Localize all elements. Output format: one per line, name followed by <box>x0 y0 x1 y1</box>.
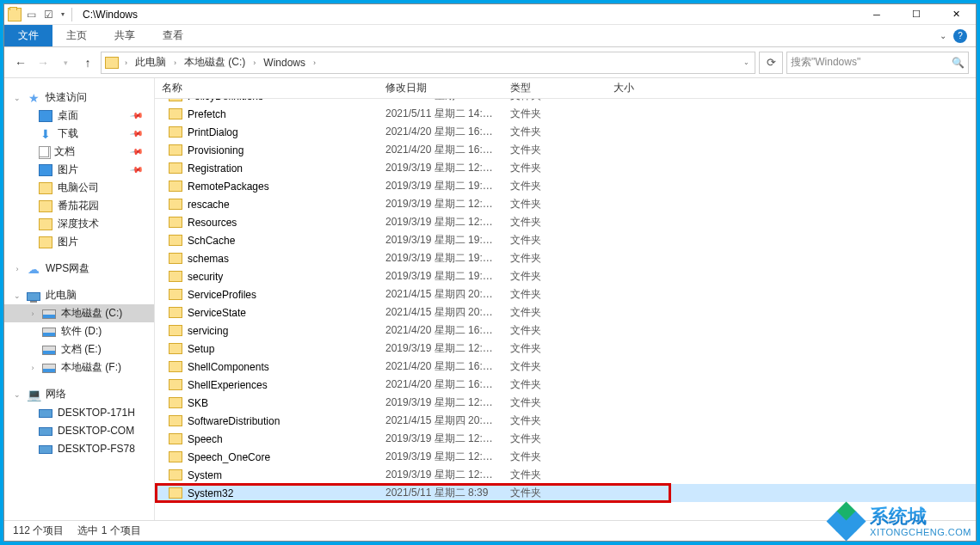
column-headers: 名称 修改日期 类型 大小 <box>155 78 976 99</box>
up-button[interactable]: ↑ <box>78 53 97 72</box>
file-name: SKB <box>188 397 208 409</box>
nav-network[interactable]: ⌄💻网络 <box>4 385 154 403</box>
file-row[interactable]: ShellComponents2021/4/20 星期二 16:…文件夹 <box>155 358 976 376</box>
close-button[interactable]: ✕ <box>936 4 976 25</box>
file-row[interactable]: security2019/3/19 星期二 19:…文件夹 <box>155 267 976 285</box>
qa-customize-button[interactable]: ▾ <box>58 10 68 18</box>
file-row[interactable]: SKB2019/3/19 星期二 12:…文件夹 <box>155 394 976 412</box>
file-row[interactable]: SchCache2019/3/19 星期二 19:…文件夹 <box>155 231 976 249</box>
forward-button[interactable]: → <box>34 53 52 72</box>
nav-folder[interactable]: 图片 <box>4 233 154 251</box>
file-type: 文件夹 <box>503 486 607 500</box>
nav-drive-e[interactable]: ›文档 (E:) <box>4 340 154 358</box>
file-row[interactable]: RemotePackages2019/3/19 星期二 19:…文件夹 <box>155 177 976 195</box>
file-name: Resources <box>188 217 237 229</box>
help-icon[interactable]: ? <box>953 29 967 43</box>
file-row[interactable]: ServiceState2021/4/15 星期四 20:…文件夹 <box>155 303 976 321</box>
breadcrumb-drive[interactable]: 本地磁盘 (C:) <box>179 52 250 73</box>
maximize-button[interactable]: ☐ <box>897 4 936 25</box>
nav-network-pc[interactable]: DESKTOP-FS78 <box>4 439 154 457</box>
file-row[interactable]: schemas2019/3/19 星期二 19:…文件夹 <box>155 249 976 267</box>
file-date: 2019/3/19 星期二 12:… <box>379 161 503 175</box>
file-row[interactable]: rescache2019/3/19 星期二 12:…文件夹 <box>155 195 976 213</box>
nav-folder[interactable]: 电脑公司 <box>4 179 154 197</box>
file-row[interactable]: System322021/5/11 星期二 8:39文件夹 <box>155 484 976 502</box>
nav-desktop[interactable]: 桌面📌 <box>4 107 154 125</box>
column-date[interactable]: 修改日期 <box>379 78 503 98</box>
file-type: 文件夹 <box>503 395 607 410</box>
file-row[interactable]: ServiceProfiles2021/4/15 星期四 20:…文件夹 <box>155 285 976 303</box>
file-name: SchCache <box>188 235 235 247</box>
nav-drive-f[interactable]: ›本地磁盘 (F:) <box>4 358 154 377</box>
column-type[interactable]: 类型 <box>503 78 607 98</box>
search-input[interactable]: 搜索"Windows" 🔍 <box>786 52 969 74</box>
file-row[interactable]: servicing2021/4/20 星期二 16:…文件夹 <box>155 321 976 340</box>
file-row[interactable]: Provisioning2021/4/20 星期二 16:…文件夹 <box>155 141 976 159</box>
file-type: 文件夹 <box>503 107 607 121</box>
file-type: 文件夹 <box>503 197 607 211</box>
file-row[interactable]: ShellExperiences2021/4/20 星期二 16:…文件夹 <box>155 376 976 394</box>
column-size[interactable]: 大小 <box>607 78 693 98</box>
breadcrumb-folder[interactable]: Windows <box>258 52 311 73</box>
file-row[interactable]: Resources2019/3/19 星期二 12:…文件夹 <box>155 213 976 231</box>
ribbon-tab-share[interactable]: 共享 <box>101 25 149 46</box>
nav-documents[interactable]: 文档📌 <box>4 143 154 161</box>
breadcrumb-sep[interactable]: › <box>171 52 179 73</box>
nav-wps[interactable]: ›☁WPS网盘 <box>4 260 154 278</box>
nav-drive-d[interactable]: ›软件 (D:) <box>4 322 154 340</box>
address-history-icon[interactable]: ⌄ <box>737 52 755 73</box>
file-date: 2021/5/11 星期二 14:… <box>379 107 503 121</box>
file-row[interactable]: PrintDialog2021/4/20 星期二 16:…文件夹 <box>155 123 976 141</box>
file-name: Provisioning <box>188 144 243 156</box>
file-name: servicing <box>188 325 228 337</box>
nav-folder[interactable]: 番茄花园 <box>4 197 154 215</box>
file-date: 2021/4/15 星期四 20:… <box>379 413 503 428</box>
breadcrumb-sep[interactable]: › <box>250 52 258 73</box>
ribbon-file-tab[interactable]: 文件 <box>4 25 52 46</box>
file-row[interactable]: Setup2019/3/19 星期二 12:…文件夹 <box>155 340 976 358</box>
column-name[interactable]: 名称 <box>155 78 379 98</box>
file-row[interactable]: SoftwareDistribution2021/4/15 星期四 20:…文件… <box>155 412 976 430</box>
navigation-pane[interactable]: ⌄★快速访问 桌面📌 ⬇下载📌 文档📌 图片📌 电脑公司 番茄花园 深度技术 图… <box>4 78 155 520</box>
watermark-icon <box>829 504 865 540</box>
folder-icon <box>169 144 182 156</box>
folder-icon <box>169 487 182 499</box>
file-list[interactable]: 名称 修改日期 类型 大小 PolicyDefinitions2021/4/20… <box>155 78 976 520</box>
nav-network-pc[interactable]: DESKTOP-COM <box>4 421 154 439</box>
nav-folder[interactable]: 深度技术 <box>4 215 154 233</box>
breadcrumb-sep[interactable]: › <box>311 52 318 73</box>
qa-checkbox-button[interactable]: ☑ <box>40 7 56 22</box>
back-button[interactable]: ← <box>11 53 30 72</box>
file-row[interactable]: Speech2019/3/19 星期二 12:…文件夹 <box>155 430 976 448</box>
nav-quick-access[interactable]: ⌄★快速访问 <box>4 89 154 107</box>
nav-pictures[interactable]: 图片📌 <box>4 161 154 179</box>
file-date: 2019/3/19 星期二 12:… <box>379 395 503 410</box>
file-type: 文件夹 <box>503 179 607 193</box>
nav-downloads[interactable]: ⬇下载📌 <box>4 125 154 143</box>
breadcrumb-sep[interactable]: › <box>122 52 130 73</box>
file-row[interactable]: Speech_OneCore2019/3/19 星期二 12:…文件夹 <box>155 448 976 466</box>
file-name: Prefetch <box>188 108 226 120</box>
nav-this-pc[interactable]: ⌄此电脑 <box>4 286 154 304</box>
file-type: 文件夹 <box>503 125 607 139</box>
nav-network-pc[interactable]: DESKTOP-171H <box>4 403 154 421</box>
file-date: 2021/4/20 星期二 16:… <box>379 143 503 157</box>
ribbon-tab-home[interactable]: 主页 <box>52 25 101 46</box>
ribbon-tab-view[interactable]: 查看 <box>149 25 197 46</box>
file-row[interactable]: System2019/3/19 星期二 12:…文件夹 <box>155 466 976 484</box>
nav-drive-c[interactable]: ›本地磁盘 (C:) <box>4 304 154 322</box>
minimize-button[interactable]: ─ <box>857 4 897 25</box>
refresh-button[interactable]: ⟳ <box>759 52 783 74</box>
file-type: 文件夹 <box>503 215 607 230</box>
history-dropdown[interactable]: ▾ <box>56 53 75 72</box>
ribbon-expand-icon[interactable]: ⌄ <box>940 31 946 40</box>
qa-props-button[interactable]: ▭ <box>23 7 39 22</box>
breadcrumb-pc[interactable]: 此电脑 <box>130 52 171 73</box>
file-row[interactable]: Prefetch2021/5/11 星期二 14:…文件夹 <box>155 105 976 123</box>
file-row[interactable]: Registration2019/3/19 星期二 12:…文件夹 <box>155 159 976 177</box>
pin-icon: 📌 <box>130 126 144 140</box>
file-name: RemotePackages <box>188 181 269 193</box>
folder-icon <box>169 126 182 138</box>
address-bar[interactable]: › 此电脑 › 本地磁盘 (C:) › Windows › ⌄ <box>101 52 755 74</box>
file-name: rescache <box>188 199 230 211</box>
